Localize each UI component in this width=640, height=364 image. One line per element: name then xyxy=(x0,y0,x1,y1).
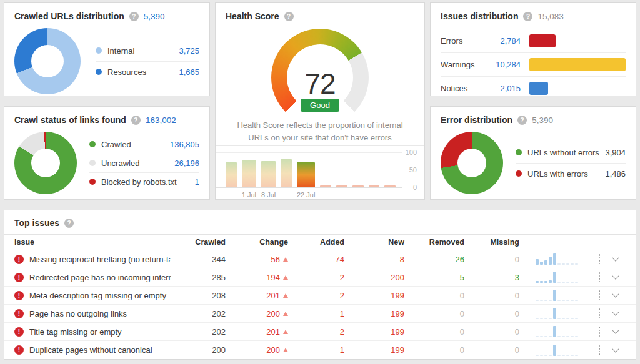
health-score-description: Health Score reflects the proportion of … xyxy=(232,119,408,144)
up-triangle-icon xyxy=(283,257,288,262)
row-menu-kebab[interactable] xyxy=(594,290,604,300)
sparkline-dash xyxy=(571,282,574,283)
table-row: !Duplicate pages without canonical200200… xyxy=(4,341,636,359)
issue-link[interactable]: Title tag missing or empty xyxy=(29,327,122,337)
help-icon[interactable]: ? xyxy=(523,12,532,21)
legend-value[interactable]: 1 xyxy=(195,177,199,187)
sparkline-dash xyxy=(566,300,569,301)
crawled-value: 202 xyxy=(171,327,226,337)
help-icon[interactable]: ? xyxy=(131,116,141,125)
missing-value: 0 xyxy=(464,255,519,264)
sparkline-dash xyxy=(536,355,539,356)
up-triangle-icon xyxy=(283,312,288,316)
legend-item-uncrawled: Uncrawled 26,196 xyxy=(89,154,199,173)
help-icon[interactable]: ? xyxy=(64,219,74,228)
new-value[interactable]: 199 xyxy=(344,309,404,318)
legend-value[interactable]: 136,805 xyxy=(170,140,199,149)
removed-value[interactable]: 5 xyxy=(404,273,464,282)
legend-value[interactable]: 3,725 xyxy=(179,46,199,56)
missing-value[interactable]: 3 xyxy=(464,273,519,282)
help-icon[interactable]: ? xyxy=(518,116,527,125)
added-value[interactable]: 2 xyxy=(288,327,344,337)
health-score-trend-chart: 100 50 0 1 Jul8 Jul22 Jul xyxy=(216,145,424,199)
new-value[interactable]: 199 xyxy=(344,345,404,355)
error-icon: ! xyxy=(14,309,24,318)
legend-value[interactable]: 26,196 xyxy=(174,159,199,168)
column-header-new: New xyxy=(344,238,404,247)
issues-row-errors: Errors 2,784 xyxy=(441,29,626,53)
trend-slot xyxy=(336,152,348,199)
legend-value[interactable]: 1,665 xyxy=(179,67,199,77)
health-trend-bar xyxy=(226,162,237,187)
new-value[interactable]: 199 xyxy=(344,291,404,300)
trend-x-label: 22 Jul xyxy=(297,187,315,199)
row-menu-kebab[interactable] xyxy=(594,345,604,355)
issues-value[interactable]: 10,284 xyxy=(494,60,529,69)
crawled-urls-total[interactable]: 5,390 xyxy=(144,12,165,21)
issue-link[interactable]: Page has no outgoing links xyxy=(29,309,127,318)
y-axis-tick: 100 xyxy=(406,149,417,156)
added-value[interactable]: 74 xyxy=(288,255,344,264)
issue-link[interactable]: Missing reciprocal hreflang (no return-t… xyxy=(29,255,171,264)
notices-bar xyxy=(529,82,548,95)
row-expand-chevron[interactable] xyxy=(604,330,627,333)
health-trend-bar xyxy=(369,185,380,187)
missing-value: 0 xyxy=(464,309,519,318)
issues-value[interactable]: 2,784 xyxy=(494,36,529,46)
sparkline-dash xyxy=(562,355,565,356)
row-expand-chevron[interactable] xyxy=(604,294,627,297)
issue-link[interactable]: Meta description tag missing or empty xyxy=(29,291,166,300)
health-trend-bar xyxy=(297,162,315,187)
y-axis-tick: 50 xyxy=(409,167,417,174)
new-value[interactable]: 199 xyxy=(344,327,404,337)
change-value[interactable]: 200 xyxy=(226,309,288,318)
sparkline-dash xyxy=(540,300,543,301)
change-value[interactable]: 201 xyxy=(226,291,288,300)
sparkline-bar xyxy=(544,281,548,283)
up-triangle-icon xyxy=(283,348,288,352)
change-value[interactable]: 201 xyxy=(226,327,288,337)
issue-link[interactable]: Duplicate pages without canonical xyxy=(29,345,152,355)
new-value[interactable]: 8 xyxy=(344,255,404,264)
change-value[interactable]: 56 xyxy=(226,255,288,264)
issues-value[interactable]: 2,015 xyxy=(494,84,529,93)
added-value[interactable]: 2 xyxy=(288,291,344,300)
row-expand-chevron[interactable] xyxy=(604,349,627,352)
row-expand-chevron[interactable] xyxy=(604,258,627,260)
sparkline-dash xyxy=(575,282,578,283)
row-expand-chevron[interactable] xyxy=(604,276,627,278)
error-icon: ! xyxy=(14,291,24,300)
sparkline-dash xyxy=(540,336,543,337)
help-icon[interactable]: ? xyxy=(284,12,294,21)
row-expand-chevron[interactable] xyxy=(604,312,627,315)
sparkline xyxy=(519,290,594,301)
help-icon[interactable]: ? xyxy=(129,12,139,21)
sparkline-dash xyxy=(558,355,561,356)
legend-value: 3,904 xyxy=(605,148,626,157)
legend-dot xyxy=(89,141,96,147)
added-value[interactable]: 1 xyxy=(288,309,344,318)
sparkline-bar xyxy=(536,281,539,283)
trend-x-label: 1 Jul xyxy=(242,187,256,199)
added-value[interactable]: 1 xyxy=(288,345,344,355)
links-found-total[interactable]: 163,002 xyxy=(146,116,176,125)
row-menu-kebab[interactable] xyxy=(594,254,604,264)
sparkline-dash xyxy=(575,300,578,301)
change-value[interactable]: 200 xyxy=(226,345,288,355)
sparkline-bar xyxy=(553,272,556,283)
error-icon: ! xyxy=(14,327,24,337)
table-row: !Title tag missing or empty202201219900 xyxy=(4,323,636,341)
legend-dot xyxy=(516,170,522,177)
removed-value[interactable]: 26 xyxy=(404,255,464,264)
row-menu-kebab[interactable] xyxy=(594,308,604,318)
column-header-added: Added xyxy=(288,238,344,247)
trend-slot: 8 Jul xyxy=(261,152,276,199)
crawled-value: 344 xyxy=(171,255,226,264)
new-value[interactable]: 200 xyxy=(344,273,404,282)
issue-link[interactable]: Redirected page has no incoming internal… xyxy=(29,273,171,282)
row-menu-kebab[interactable] xyxy=(594,327,604,337)
column-header-issue: Issue xyxy=(14,238,171,247)
row-menu-kebab[interactable] xyxy=(594,272,604,282)
added-value[interactable]: 2 xyxy=(288,273,344,282)
change-value[interactable]: 194 xyxy=(226,273,288,282)
